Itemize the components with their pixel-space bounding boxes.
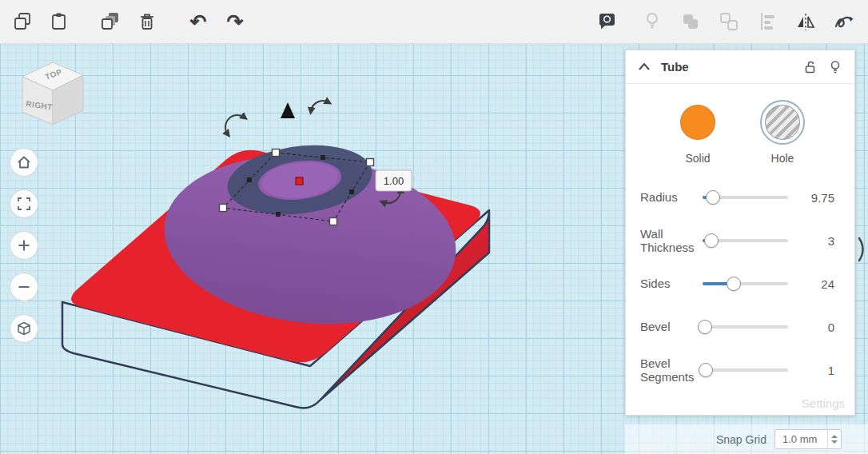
wall-thickness-row: Wall Thickness 3 — [626, 219, 854, 262]
radius-slider-thumb[interactable] — [706, 190, 720, 205]
mirror-icon — [794, 10, 818, 34]
visibility-lightbulb-icon[interactable] — [829, 60, 842, 74]
bevel-row: Bevel 0 — [626, 305, 854, 348]
bevel-value: 0 — [788, 321, 834, 334]
rotate-arrow[interactable] — [311, 101, 328, 111]
sides-slider-thumb[interactable] — [727, 277, 741, 291]
mirror-button[interactable] — [790, 6, 822, 38]
scale-handle[interactable] — [330, 218, 337, 225]
snap-grid-value: 1.0 mm — [775, 433, 827, 445]
rotate-arrow[interactable] — [225, 115, 245, 134]
group-icon — [679, 10, 703, 34]
snap-grid-label: Snap Grid — [716, 433, 766, 446]
bevel-slider-thumb[interactable] — [698, 320, 712, 334]
scribble-button[interactable] — [828, 6, 860, 38]
shape-title: Tube — [661, 60, 689, 74]
ortho-cube-icon — [16, 321, 32, 337]
viewport-nav — [10, 148, 38, 343]
snap-grid-select[interactable]: 1.0 mm — [774, 429, 842, 449]
radius-value: 9.75 — [788, 191, 834, 205]
copy-button[interactable] — [6, 6, 38, 38]
spinner-down-icon[interactable] — [831, 440, 838, 444]
solid-label: Solid — [685, 152, 710, 165]
inspector-header: Tube — [626, 50, 854, 84]
spinner-up-icon[interactable] — [831, 435, 838, 438]
solid-swatch-option[interactable]: Solid — [670, 100, 726, 165]
hole-swatch[interactable] — [765, 105, 800, 140]
paste-button[interactable] — [43, 6, 75, 38]
tinkercad-editor: 1.00 — [0, 0, 868, 454]
ungroup-icon — [717, 10, 741, 34]
snap-grid-bar: Snap Grid 1.0 mm — [625, 424, 868, 454]
snap-grid-spinner[interactable] — [827, 430, 841, 448]
align-icon — [755, 10, 779, 34]
panel-collapse-arrow[interactable] — [857, 237, 868, 265]
wall-thickness-slider-thumb[interactable] — [704, 233, 719, 248]
raise-handle-cone[interactable] — [281, 102, 295, 118]
scale-handle[interactable] — [367, 159, 374, 166]
shape-inspector-panel: Tube Solid — [625, 50, 855, 416]
copy-icon — [10, 10, 34, 34]
ungroup-button[interactable] — [713, 6, 745, 38]
perspective-toggle-button[interactable] — [10, 314, 38, 343]
top-toolbar: ↶ ↷ — [0, 0, 868, 44]
bevel-segments-value: 1 — [788, 364, 834, 377]
lock-icon[interactable] — [803, 60, 818, 74]
settings-link[interactable]: Settings — [802, 396, 845, 410]
stretch-handle[interactable] — [321, 155, 325, 160]
home-icon — [16, 154, 32, 170]
plus-icon — [16, 237, 32, 253]
align-button[interactable] — [751, 6, 783, 38]
dimension-badge[interactable]: 1.00 — [376, 170, 412, 191]
redo-icon: ↷ — [227, 12, 244, 32]
right-paren-icon — [857, 237, 868, 262]
collapse-chevron-icon[interactable] — [639, 63, 650, 70]
home-view-button[interactable] — [10, 148, 38, 177]
undo-icon: ↶ — [190, 12, 207, 32]
duplicate-button[interactable] — [94, 6, 126, 38]
notes-icon — [595, 10, 619, 34]
solid-swatch[interactable] — [680, 105, 715, 140]
radius-row: Radius 9.75 — [626, 176, 854, 219]
sides-row: Sides 24 — [626, 262, 854, 305]
undo-button[interactable]: ↶ — [182, 6, 214, 38]
stretch-handle[interactable] — [276, 212, 281, 217]
wall-thickness-slider[interactable] — [703, 233, 788, 248]
scale-handle[interactable] — [220, 205, 227, 212]
bevel-segments-row: Bevel Segments 1 — [626, 348, 854, 392]
zoom-out-button[interactable] — [10, 273, 38, 301]
paste-icon — [47, 10, 71, 34]
stretch-handle[interactable] — [247, 177, 252, 182]
trash-icon — [135, 10, 159, 34]
radius-slider[interactable] — [703, 190, 788, 205]
center-handle[interactable] — [296, 177, 303, 185]
sides-slider[interactable] — [703, 277, 788, 291]
delete-button[interactable] — [131, 6, 163, 38]
stretch-handle[interactable] — [349, 189, 354, 194]
bevel-segments-slider[interactable] — [703, 363, 788, 377]
fit-view-button[interactable] — [10, 189, 38, 218]
hole-swatch-option[interactable]: Hole — [755, 100, 810, 165]
lightbulb-icon — [640, 10, 664, 34]
sides-value: 24 — [788, 277, 834, 291]
show-all-button[interactable] — [636, 6, 668, 38]
bevel-segments-slider-thumb[interactable] — [699, 363, 713, 377]
notes-button[interactable] — [591, 6, 623, 38]
group-button[interactable] — [675, 6, 707, 38]
zoom-in-button[interactable] — [10, 231, 38, 260]
view-cube[interactable]: TOP RIGHT — [16, 53, 88, 131]
scribble-icon — [832, 10, 856, 34]
redo-button[interactable]: ↷ — [219, 6, 251, 38]
dimension-value: 1.00 — [384, 175, 404, 187]
fit-view-icon — [16, 196, 32, 212]
hole-label: Hole — [771, 152, 794, 165]
shape-parameters: Radius 9.75 Wall Thickness 3 Sides 24 — [626, 176, 854, 392]
material-swatches: Solid Hole — [626, 100, 854, 165]
wall-thickness-value: 3 — [788, 234, 834, 248]
scale-handle[interactable] — [273, 149, 280, 157]
minus-icon — [16, 279, 32, 295]
bevel-slider[interactable] — [703, 320, 788, 334]
duplicate-icon — [98, 10, 122, 34]
